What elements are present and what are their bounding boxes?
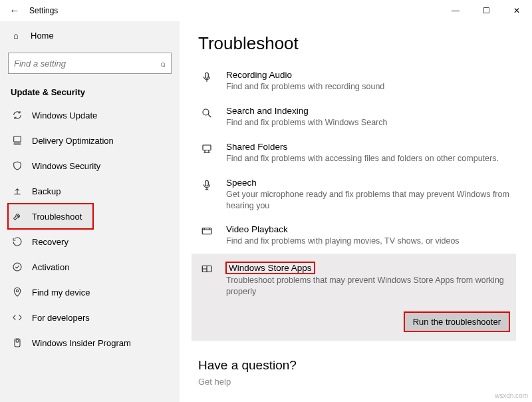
sidebar-item-windows-security[interactable]: Windows Security [8, 153, 172, 178]
window-controls: — ☐ ✕ [440, 0, 532, 21]
svg-rect-5 [205, 73, 209, 78]
sidebar-category: Update & Security [11, 87, 172, 97]
search-icon: ⌕ [160, 59, 166, 69]
svg-rect-9 [202, 228, 211, 234]
sidebar-item-windows-update[interactable]: Windows Update [8, 102, 172, 128]
microphone-icon [198, 70, 215, 93]
video-icon [198, 224, 215, 247]
ts-item-title: Recording Audio [226, 70, 516, 80]
security-icon [12, 160, 23, 172]
run-troubleshooter-button[interactable]: Run the troubleshooter [404, 312, 509, 331]
sidebar-item-delivery-optimization[interactable]: Delivery Optimization [8, 128, 172, 153]
ts-item-title: Search and Indexing [226, 106, 516, 116]
backup-icon [12, 185, 23, 197]
search-input[interactable] [14, 59, 160, 69]
ts-item-title: Windows Store Apps [226, 262, 315, 274]
sidebar-home-label: Home [31, 31, 54, 41]
ts-item-desc: Find and fix problems with accessing fil… [226, 153, 516, 164]
content-pane: Troubleshoot Recording Audio Find and fi… [180, 21, 532, 402]
svg-rect-7 [203, 145, 211, 150]
ts-search-indexing[interactable]: Search and Indexing Find and fix problem… [198, 99, 516, 135]
ts-item-desc: Find and fix problems with Windows Searc… [226, 117, 516, 128]
sidebar-item-label: Recovery [32, 237, 68, 247]
sidebar-item-find-my-device[interactable]: Find my device [8, 280, 172, 305]
sidebar-item-activation[interactable]: Activation [8, 254, 172, 280]
ts-item-desc: Get your microphone ready and fix proble… [226, 189, 516, 212]
troubleshooter-list: Recording Audio Find and fix problems wi… [198, 63, 532, 341]
sidebar-item-label: Windows Insider Program [32, 338, 131, 348]
magnifier-icon [198, 106, 215, 128]
svg-point-2 [16, 290, 18, 292]
sidebar-item-label: Windows Security [32, 161, 100, 171]
sidebar-item-label: Troubleshoot [32, 212, 82, 222]
sidebar-item-for-developers[interactable]: For developers [8, 305, 172, 330]
ts-item-title: Shared Folders [226, 142, 516, 152]
ts-item-desc: Troubleshoot problems that may prevent W… [226, 275, 509, 298]
update-icon [12, 109, 23, 121]
ts-speech[interactable]: Speech Get your microphone ready and fix… [198, 171, 516, 218]
ts-video-playback[interactable]: Video Playback Find and fix problems wit… [198, 218, 516, 254]
svg-rect-0 [14, 136, 21, 142]
sidebar-home[interactable]: ⌂ Home [8, 25, 172, 46]
speech-icon [198, 178, 215, 212]
store-apps-icon [198, 262, 215, 331]
shared-folders-icon [198, 142, 215, 164]
question-heading: Have a question? [198, 358, 532, 373]
sidebar-item-label: For developers [32, 313, 90, 323]
main-area: ⌂ Home ⌕ Update & Security Windows Updat… [0, 21, 532, 402]
ts-recording-audio[interactable]: Recording Audio Find and fix problems wi… [198, 63, 516, 99]
sidebar-item-label: Delivery Optimization [32, 136, 114, 146]
titlebar: ← Settings — ☐ ✕ [0, 0, 532, 21]
svg-point-4 [16, 339, 19, 342]
sidebar-item-label: Activation [32, 262, 69, 272]
home-icon: ⌂ [11, 31, 21, 41]
troubleshoot-icon [12, 210, 23, 222]
ts-item-title: Speech [226, 178, 516, 188]
ts-shared-folders[interactable]: Shared Folders Find and fix problems wit… [198, 135, 516, 171]
sidebar-item-label: Windows Update [32, 110, 97, 120]
sidebar-item-recovery[interactable]: Recovery [8, 229, 172, 254]
sidebar-item-backup[interactable]: Backup [8, 178, 172, 204]
ts-windows-store-apps[interactable]: Windows Store Apps Troubleshoot problems… [192, 254, 516, 341]
back-button[interactable]: ← [5, 5, 24, 17]
insider-icon [12, 337, 23, 349]
get-help-link[interactable]: Get help [198, 377, 532, 387]
close-button[interactable]: ✕ [501, 0, 532, 21]
watermark: wsxdn.com [495, 392, 528, 399]
activation-icon [12, 261, 23, 273]
svg-point-6 [203, 109, 209, 115]
app-title: Settings [29, 6, 58, 15]
sidebar: ⌂ Home ⌕ Update & Security Windows Updat… [0, 21, 180, 402]
sidebar-item-windows-insider[interactable]: Windows Insider Program [8, 330, 172, 355]
sidebar-item-troubleshoot[interactable]: Troubleshoot [8, 204, 93, 229]
find-device-icon [12, 286, 23, 298]
ts-item-title: Video Playback [226, 224, 516, 234]
page-title: Troubleshoot [198, 33, 532, 54]
search-box[interactable]: ⌕ [8, 53, 172, 74]
ts-item-desc: Find and fix problems with playing movie… [226, 236, 516, 247]
sidebar-item-label: Backup [32, 186, 61, 196]
minimize-button[interactable]: — [440, 0, 471, 21]
developers-icon [12, 311, 23, 323]
delivery-icon [12, 134, 23, 146]
ts-item-desc: Find and fix problems with recording sou… [226, 81, 516, 93]
svg-rect-8 [205, 180, 209, 186]
sidebar-item-label: Find my device [32, 288, 90, 298]
recovery-icon [12, 236, 23, 248]
svg-point-1 [13, 263, 21, 271]
maximize-button[interactable]: ☐ [471, 0, 501, 21]
